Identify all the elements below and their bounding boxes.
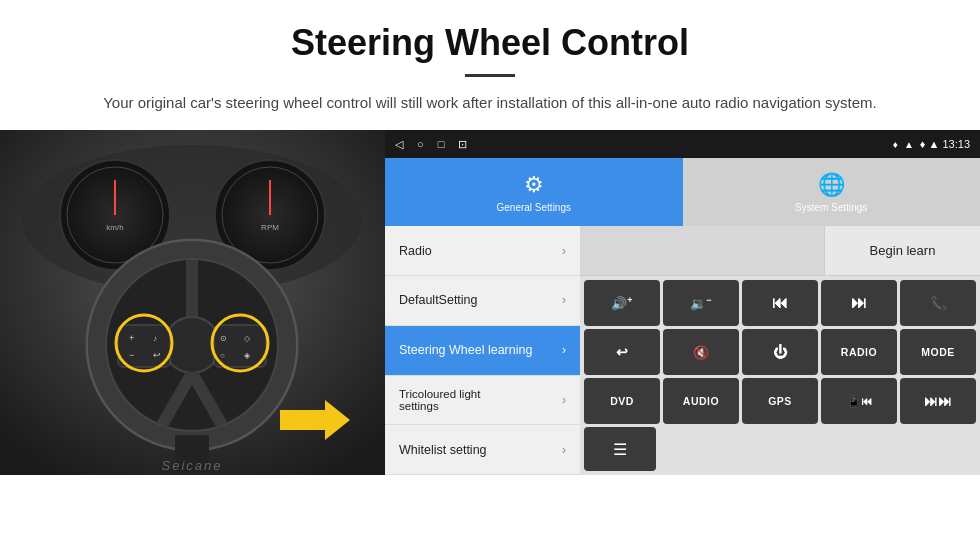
- gear-icon: ⚙: [524, 172, 544, 198]
- gps-button[interactable]: GPS: [742, 378, 818, 424]
- radio-button[interactable]: RADIO: [821, 329, 897, 375]
- chevron-icon: ›: [562, 343, 566, 357]
- mute-icon: 🔇: [693, 345, 709, 360]
- home-nav-icon[interactable]: ○: [417, 138, 424, 151]
- menu-item-whitelist[interactable]: Whitelist setting ›: [385, 425, 580, 475]
- menu-radio-label: Radio: [399, 244, 562, 258]
- svg-text:◇: ◇: [244, 334, 251, 343]
- prev-track-button[interactable]: ⏮: [742, 280, 818, 326]
- menu-steering-label: Steering Wheel learning: [399, 343, 562, 357]
- phone-button[interactable]: 📞: [900, 280, 976, 326]
- menu-item-steering[interactable]: Steering Wheel learning ›: [385, 326, 580, 376]
- vol-down-icon: 🔉−: [690, 295, 711, 311]
- subtitle-text: Your original car's steering wheel contr…: [80, 91, 900, 114]
- tab-general-settings[interactable]: ⚙ General Settings: [385, 158, 683, 226]
- button-grid: 🔊+ 🔉− ⏮ ⏭ 📞: [580, 276, 980, 475]
- clock: ♦ ▲ 13:13: [920, 138, 970, 150]
- btn-row-1: 🔊+ 🔉− ⏮ ⏭ 📞: [584, 280, 976, 326]
- status-icons-left: ◁ ○ □ ⊡: [395, 138, 467, 151]
- tab-system-label: System Settings: [795, 202, 867, 213]
- gps-label: GPS: [768, 395, 792, 407]
- menu-item-radio[interactable]: Radio ›: [385, 226, 580, 276]
- list-icon: ☰: [613, 440, 627, 459]
- chevron-icon: ›: [562, 443, 566, 457]
- globe-icon: 🌐: [818, 172, 845, 198]
- vol-up-button[interactable]: 🔊+: [584, 280, 660, 326]
- svg-text:○: ○: [220, 351, 225, 360]
- svg-rect-20: [214, 325, 266, 367]
- chevron-icon: ›: [562, 293, 566, 307]
- gps-icon: ♦: [893, 139, 898, 150]
- recents-nav-icon[interactable]: □: [438, 138, 445, 151]
- phone-icon: 📞: [930, 295, 947, 311]
- svg-rect-15: [118, 325, 170, 367]
- screenshot-nav-icon[interactable]: ⊡: [458, 138, 467, 151]
- next-track-icon: ⏭: [851, 294, 867, 312]
- svg-text:+: +: [129, 333, 134, 343]
- page-container: Steering Wheel Control Your original car…: [0, 0, 980, 475]
- mode-button[interactable]: MODE: [900, 329, 976, 375]
- android-ui: ◁ ○ □ ⊡ ♦ ▲ ♦ ▲ 13:13 ⚙ General Settings: [385, 130, 980, 475]
- mute-button[interactable]: 🔇: [663, 329, 739, 375]
- steering-wheel-image: km/h RPM + ♪: [0, 130, 385, 475]
- begin-learn-button[interactable]: Begin learn: [825, 226, 980, 275]
- svg-text:km/h: km/h: [106, 223, 123, 232]
- skip-fwd-icon: ⏭⏭: [924, 393, 952, 409]
- settings-body: Radio › DefaultSetting › Steering Wheel …: [385, 226, 980, 475]
- power-button[interactable]: ⏻: [742, 329, 818, 375]
- wifi-icon: ▲: [904, 139, 914, 150]
- prev-track-icon: ⏮: [772, 294, 788, 312]
- vol-up-icon: 🔊+: [611, 295, 632, 311]
- menu-whitelist-label: Whitelist setting: [399, 443, 562, 457]
- top-controls: Begin learn: [580, 226, 980, 276]
- dvd-button[interactable]: DVD: [584, 378, 660, 424]
- btn-row-4: ☰: [584, 427, 976, 471]
- radio-label: RADIO: [841, 346, 877, 358]
- svg-text:↩: ↩: [153, 350, 161, 360]
- phone-prev-button[interactable]: 📱⏮: [821, 378, 897, 424]
- back-icon: ↩: [616, 344, 628, 360]
- next-track-button[interactable]: ⏭: [821, 280, 897, 326]
- tab-general-label: General Settings: [497, 202, 572, 213]
- status-bar: ◁ ○ □ ⊡ ♦ ▲ ♦ ▲ 13:13: [385, 130, 980, 158]
- tab-bar: ⚙ General Settings 🌐 System Settings: [385, 158, 980, 226]
- phone-prev-icon: 📱⏮: [847, 395, 872, 408]
- audio-button[interactable]: AUDIO: [663, 378, 739, 424]
- skip-fwd-button[interactable]: ⏭⏭: [900, 378, 976, 424]
- title-divider: [465, 74, 515, 77]
- btn-row-3: DVD AUDIO GPS 📱⏮: [584, 378, 976, 424]
- tab-system-settings[interactable]: 🌐 System Settings: [683, 158, 981, 226]
- page-title: Steering Wheel Control: [40, 22, 940, 64]
- empty-input-box: [580, 226, 825, 275]
- mode-label: MODE: [921, 346, 955, 358]
- svg-text:◈: ◈: [244, 351, 251, 360]
- power-icon: ⏻: [773, 344, 787, 360]
- svg-text:♪: ♪: [153, 334, 157, 343]
- content-area: km/h RPM + ♪: [0, 130, 980, 475]
- vol-down-button[interactable]: 🔉−: [663, 280, 739, 326]
- svg-text:RPM: RPM: [261, 223, 279, 232]
- back-nav-icon[interactable]: ◁: [395, 138, 403, 151]
- list-button[interactable]: ☰: [584, 427, 656, 471]
- menu-item-default[interactable]: DefaultSetting ›: [385, 276, 580, 326]
- right-panel: Begin learn 🔊+ 🔉−: [580, 226, 980, 475]
- back-button[interactable]: ↩: [584, 329, 660, 375]
- menu-item-tricoloured[interactable]: Tricoloured lightsettings ›: [385, 376, 580, 426]
- audio-label: AUDIO: [683, 395, 719, 407]
- dvd-label: DVD: [610, 395, 634, 407]
- svg-text:⊙: ⊙: [220, 334, 227, 343]
- menu-tricoloured-label: Tricoloured lightsettings: [399, 388, 562, 412]
- chevron-icon: ›: [562, 244, 566, 258]
- svg-text:Seicane: Seicane: [162, 458, 223, 473]
- menu-default-label: DefaultSetting: [399, 293, 562, 307]
- btn-row-2: ↩ 🔇 ⏻ RADIO MOD: [584, 329, 976, 375]
- svg-text:−: −: [129, 350, 134, 360]
- header-section: Steering Wheel Control Your original car…: [0, 0, 980, 130]
- left-menu: Radio › DefaultSetting › Steering Wheel …: [385, 226, 580, 475]
- chevron-icon: ›: [562, 393, 566, 407]
- status-right: ♦ ▲ ♦ ▲ 13:13: [893, 138, 970, 150]
